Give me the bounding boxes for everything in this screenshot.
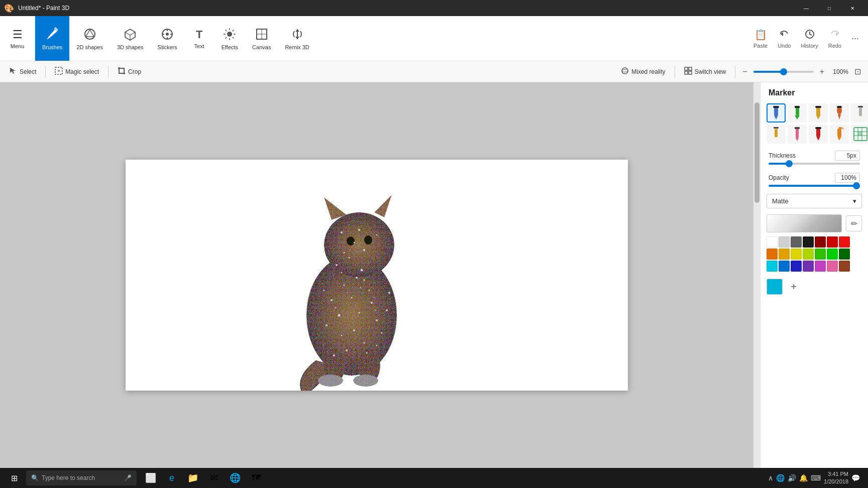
undo-button[interactable]: Undo bbox=[773, 26, 796, 52]
swatch-green[interactable] bbox=[815, 249, 826, 260]
swatch-bright-red[interactable] bbox=[839, 236, 850, 248]
menu-button[interactable]: ☰ Menu bbox=[0, 16, 35, 61]
3d-shapes-button[interactable]: 3D shapes bbox=[110, 16, 151, 61]
mixed-reality-button[interactable]: Mixed reality bbox=[616, 65, 670, 78]
brush-marker-blue[interactable] bbox=[767, 103, 786, 123]
swatch-dark-gray[interactable] bbox=[791, 236, 802, 248]
2d-shapes-button[interactable]: 2D shapes bbox=[69, 16, 110, 61]
svg-marker-95 bbox=[838, 114, 841, 119]
taskbar: ⊞ 🔍 Type here to search 🎤 ⬜ e 📁 ✉ 🌐 🗺 ∧ … bbox=[0, 468, 868, 488]
magic-select-button[interactable]: Magic select bbox=[50, 65, 104, 78]
brush-pattern[interactable] bbox=[851, 125, 868, 144]
history-button[interactable]: History bbox=[796, 26, 823, 52]
switch-view-button[interactable]: Switch view bbox=[679, 65, 731, 78]
remix3d-button[interactable]: Remix 3D bbox=[278, 16, 316, 61]
brush-spray[interactable] bbox=[830, 125, 849, 144]
zoom-percent: 100% bbox=[830, 68, 848, 75]
zoom-slider[interactable] bbox=[753, 71, 814, 73]
add-color-button[interactable]: + bbox=[787, 280, 801, 294]
svg-marker-26 bbox=[10, 68, 16, 74]
vertical-scrollbar[interactable] bbox=[753, 82, 760, 468]
swatch-cyan[interactable] bbox=[767, 261, 778, 272]
canvas-button[interactable]: Canvas bbox=[245, 16, 278, 61]
close-button[interactable]: ✕ bbox=[841, 0, 864, 16]
maps-button[interactable]: 🗺 bbox=[246, 469, 266, 487]
mixed-reality-label: Mixed reality bbox=[631, 68, 665, 75]
notification-icon[interactable]: 🔔 bbox=[799, 474, 808, 482]
swatch-magenta[interactable] bbox=[815, 261, 826, 272]
crop-button[interactable]: Crop bbox=[113, 65, 146, 78]
taskbar-search[interactable]: 🔍 Type here to search 🎤 bbox=[26, 470, 137, 485]
brush-pencil-yellow[interactable] bbox=[767, 125, 786, 144]
brush-crayon[interactable] bbox=[788, 125, 807, 144]
active-color-swatch[interactable] bbox=[767, 279, 783, 295]
thickness-slider[interactable] bbox=[769, 163, 860, 165]
svg-rect-33 bbox=[689, 67, 692, 70]
svg-point-43 bbox=[353, 375, 378, 387]
taskview-button[interactable]: ⬜ bbox=[141, 469, 161, 487]
svg-point-59 bbox=[353, 329, 355, 331]
maximize-button[interactable]: □ bbox=[818, 0, 841, 16]
swatch-light-gray[interactable] bbox=[779, 236, 790, 248]
swatch-blue[interactable] bbox=[779, 261, 790, 272]
text-button[interactable]: T Text bbox=[184, 16, 214, 61]
brush-watercolor[interactable] bbox=[830, 103, 849, 123]
matte-dropdown[interactable]: Matte ▾ bbox=[767, 194, 862, 208]
swatch-brown[interactable] bbox=[839, 261, 850, 272]
swatch-dark-red[interactable] bbox=[815, 236, 826, 248]
swatch-yellow-orange[interactable] bbox=[779, 249, 790, 260]
swatch-purple[interactable] bbox=[803, 261, 814, 272]
keyboard-icon[interactable]: ⌨ bbox=[811, 474, 821, 482]
swatch-orange[interactable] bbox=[767, 249, 778, 260]
swatch-yellow[interactable] bbox=[791, 249, 802, 260]
stickers-button[interactable]: Stickers bbox=[151, 16, 184, 61]
separator-2 bbox=[108, 66, 108, 78]
fit-to-window-button[interactable]: ⊡ bbox=[851, 66, 864, 77]
v-scroll-thumb[interactable] bbox=[754, 102, 759, 203]
minimize-button[interactable]: — bbox=[795, 0, 818, 16]
redo-button[interactable]: Redo bbox=[823, 26, 846, 52]
svg-point-54 bbox=[371, 302, 373, 304]
edge-button[interactable]: e bbox=[162, 469, 182, 487]
effects-button[interactable]: Effects bbox=[214, 16, 245, 61]
mail-button[interactable]: ✉ bbox=[204, 469, 224, 487]
hidden-icons-button[interactable]: ∧ bbox=[768, 474, 773, 482]
main-area: Marker bbox=[0, 82, 868, 468]
svg-point-75 bbox=[358, 229, 360, 231]
window-controls: — □ ✕ bbox=[795, 0, 864, 16]
swatch-black[interactable] bbox=[803, 236, 814, 248]
swatch-row-1 bbox=[767, 236, 862, 248]
explorer-button[interactable]: 📁 bbox=[183, 469, 203, 487]
network-icon[interactable]: 🌐 bbox=[776, 474, 785, 482]
zoom-out-button[interactable]: − bbox=[739, 66, 750, 77]
thickness-row: Thickness 5px bbox=[761, 148, 868, 162]
swatch-yellow-green[interactable] bbox=[803, 249, 814, 260]
brush-pencil[interactable] bbox=[851, 103, 868, 123]
opacity-slider[interactable] bbox=[769, 185, 860, 187]
swatch-dark-blue[interactable] bbox=[791, 261, 802, 272]
eyedropper-button[interactable]: ✏ bbox=[846, 215, 862, 231]
swatch-pink[interactable] bbox=[827, 261, 838, 272]
svg-point-84 bbox=[375, 310, 376, 311]
swatch-white[interactable] bbox=[767, 236, 778, 248]
zoom-in-button[interactable]: + bbox=[817, 66, 827, 77]
chrome-button[interactable]: 🌐 bbox=[225, 469, 245, 487]
tray-time[interactable]: 3:41 PM 1/20/2018 bbox=[824, 470, 848, 486]
brush-calligraphy[interactable] bbox=[788, 103, 807, 123]
swatch-red[interactable] bbox=[827, 236, 838, 248]
select-tool-button[interactable]: Select bbox=[4, 65, 41, 78]
canvas-area[interactable] bbox=[0, 82, 753, 468]
swatch-bright-green[interactable] bbox=[827, 249, 838, 260]
sound-icon[interactable]: 🔊 bbox=[788, 474, 796, 482]
brushes-button[interactable]: Brushes bbox=[35, 16, 69, 61]
text-icon: T bbox=[196, 28, 202, 41]
swatch-dark-green[interactable] bbox=[839, 249, 850, 260]
action-center-icon[interactable]: 💬 bbox=[851, 474, 860, 482]
svg-point-46 bbox=[336, 264, 338, 266]
brush-oil[interactable] bbox=[809, 103, 828, 123]
svg-point-65 bbox=[388, 292, 390, 294]
more-button[interactable]: ··· bbox=[846, 30, 864, 47]
start-button[interactable]: ⊞ bbox=[4, 470, 24, 486]
paste-button[interactable]: 📋 Paste bbox=[748, 26, 773, 52]
brush-marker-red[interactable] bbox=[809, 125, 828, 144]
